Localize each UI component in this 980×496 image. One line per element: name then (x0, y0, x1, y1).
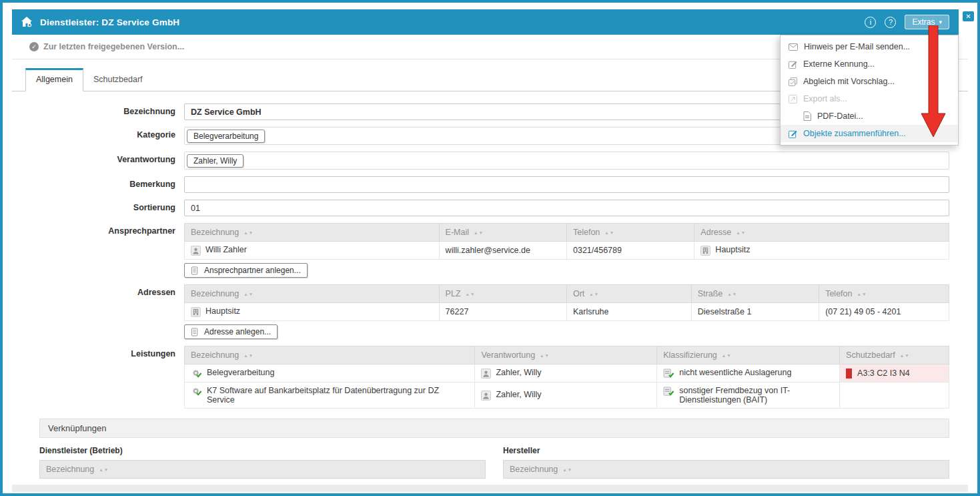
tab-allgemein[interactable]: Allgemein (25, 68, 83, 91)
tab-schutzbedarf[interactable]: Schutzbedarf (83, 69, 153, 91)
sort-icon[interactable]: ▲▼ (727, 292, 737, 296)
person-icon (481, 368, 491, 379)
verantwortung-label: Verantwortung (29, 152, 184, 164)
column-verantwortung[interactable]: Verantwortung▲▼ (475, 346, 657, 364)
sort-icon[interactable]: ▲▼ (604, 230, 614, 235)
check-circle-icon: ✓ (29, 42, 39, 51)
hersteller-label: Hersteller (503, 446, 949, 455)
classification-check-icon (663, 387, 674, 397)
merge-objects-icon (789, 130, 797, 138)
bemerkung-label: Bemerkung (29, 176, 184, 189)
info-icon[interactable]: i (865, 17, 876, 28)
verantwortung-chip[interactable]: Zahler, Willy (187, 154, 243, 168)
form-row-bemerkung: Bemerkung (29, 176, 949, 193)
ansprechpartner-header-row: Bezeichnung▲▼ E-Mail▲▼ Telefon▲▼ Adresse… (185, 224, 949, 242)
last-approved-version-link[interactable]: ✓ Zur letzten freigegebenen Version... (29, 42, 184, 51)
adressen-label: Adressen (29, 284, 184, 297)
envelope-icon (789, 43, 798, 51)
window-title: Dienstleister: DZ Service GmbH (40, 17, 179, 27)
column-schutzbedarf[interactable]: Schutzbedarf▲▼ (840, 346, 949, 364)
sort-icon[interactable]: ▲▼ (900, 353, 910, 358)
service-check-icon (191, 387, 202, 397)
version-link-label: Zur letzten freigegebenen Version... (43, 42, 184, 51)
compare-icon (789, 77, 797, 86)
ansprechpartner-label: Ansprechpartner (29, 223, 184, 236)
form-row-adressen: Adressen Bezeichnung▲▼ PLZ▲▼ Ort▲▼ Straß… (29, 284, 949, 339)
adresse-anlegen-button[interactable]: Adresse anlegen... (184, 324, 278, 339)
edit-icon (789, 60, 797, 69)
sort-icon[interactable]: ▲▼ (99, 467, 109, 472)
sort-icon[interactable]: ▲▼ (474, 230, 484, 235)
adressen-header-row: Bezeichnung▲▼ PLZ▲▼ Ort▲▼ Straße▲▼ Telef… (185, 285, 949, 303)
bezeichnung-label: Bezeichnung (29, 103, 184, 116)
form-row-sortierung: Sortierung (29, 200, 949, 216)
column-bezeichnung[interactable]: Bezeichnung▲▼ (185, 224, 440, 242)
person-icon (481, 391, 491, 401)
column-plz[interactable]: PLZ▲▼ (439, 285, 566, 303)
sort-icon[interactable]: ▲▼ (562, 467, 572, 472)
dienstleister-betrieb-panel: Dienstleister (Betrieb) Bezeichnung▲▼ (39, 446, 486, 479)
pdf-file-icon (803, 111, 811, 121)
sort-icon[interactable]: ▲▼ (243, 292, 254, 296)
status-bar (12, 485, 968, 492)
kategorie-chip[interactable]: Belegverarbeitung (187, 130, 265, 143)
column-strasse[interactable]: Straße▲▼ (691, 285, 819, 303)
sort-icon[interactable]: ▲▼ (540, 353, 550, 358)
leistungen-label: Leistungen (29, 346, 184, 358)
hersteller-column-header[interactable]: Bezeichnung▲▼ (503, 460, 949, 479)
column-bezeichnung[interactable]: Bezeichnung▲▼ (185, 346, 475, 364)
sort-icon[interactable]: ▲▼ (589, 292, 599, 296)
verknuepfungen-header: Verknüpfungen (39, 419, 949, 438)
kategorie-label: Kategorie (29, 127, 184, 140)
leistungen-row[interactable]: Belegverarbeitung Zahler, Willy nicht we… (185, 364, 949, 383)
column-ort[interactable]: Ort▲▼ (566, 285, 691, 303)
main-content: Bezeichnung Kategorie Belegverarbeitung … (12, 91, 968, 479)
close-button[interactable]: ✕ (963, 11, 974, 21)
column-adresse[interactable]: Adresse▲▼ (694, 224, 949, 242)
adressen-table: Bezeichnung▲▼ PLZ▲▼ Ort▲▼ Straße▲▼ Telef… (184, 284, 949, 321)
sort-icon[interactable]: ▲▼ (857, 292, 867, 296)
tab-schutzbedarf-label: Schutzbedarf (93, 75, 143, 84)
titlebar: Dienstleister: DZ Service GmbH i ? Extra… (12, 9, 959, 35)
sortierung-label: Sortierung (29, 200, 184, 212)
building-icon (700, 246, 710, 256)
sort-icon[interactable]: ▲▼ (736, 230, 746, 235)
sort-icon[interactable]: ▲▼ (243, 353, 254, 358)
sortierung-input[interactable] (184, 200, 949, 216)
dienstleister-betrieb-column-header[interactable]: Bezeichnung▲▼ (39, 460, 486, 479)
verknuepfungen-section: Verknüpfungen Dienstleister (Betrieb) Be… (39, 419, 949, 479)
new-document-icon (191, 266, 199, 275)
sort-icon[interactable]: ▲▼ (243, 230, 254, 235)
verantwortung-field[interactable]: Zahler, Willy (184, 152, 949, 170)
ansprechpartner-row[interactable]: Willi Zahler willi.zahler@service.de 032… (185, 242, 949, 260)
column-bezeichnung[interactable]: Bezeichnung▲▼ (185, 285, 440, 303)
dienstleister-betrieb-label: Dienstleister (Betrieb) (39, 446, 486, 455)
person-icon (191, 246, 201, 256)
form-row-verantwortung: Verantwortung Zahler, Willy (29, 152, 949, 170)
service-check-icon (191, 368, 202, 379)
help-icon[interactable]: ? (885, 17, 896, 28)
adressen-row[interactable]: Hauptsitz 76227 Karlsruhe Dieselstraße 1… (185, 303, 949, 321)
close-icon: ✕ (965, 13, 971, 20)
leistungen-table: Bezeichnung▲▼ Verantwortung▲▼ Klassifizi… (184, 346, 949, 409)
column-telefon[interactable]: Telefon▲▼ (566, 224, 694, 242)
classification-check-icon (663, 368, 674, 379)
app-window: ✕ Dienstleister: DZ Service GmbH i ? Ext… (0, 0, 980, 496)
sort-icon[interactable]: ▲▼ (466, 292, 476, 296)
bemerkung-input[interactable] (184, 176, 949, 193)
sort-icon[interactable]: ▲▼ (722, 353, 732, 358)
new-document-icon (191, 328, 199, 336)
ansprechpartner-table: Bezeichnung▲▼ E-Mail▲▼ Telefon▲▼ Adresse… (184, 223, 949, 260)
building-icon (191, 307, 201, 317)
service-provider-home-icon (20, 15, 33, 29)
column-email[interactable]: E-Mail▲▼ (439, 224, 566, 242)
leistungen-row[interactable]: K7 Software auf Bankarbeitsplatz für Dat… (185, 383, 949, 409)
form-row-ansprechpartner: Ansprechpartner Bezeichnung▲▼ E-Mail▲▼ T… (29, 223, 949, 278)
protection-level-indicator (846, 368, 852, 379)
ansprechpartner-anlegen-button[interactable]: Ansprechpartner anlegen... (184, 263, 308, 278)
column-telefon[interactable]: Telefon▲▼ (819, 285, 949, 303)
column-klassifizierung[interactable]: Klassifizierung▲▼ (657, 346, 840, 364)
tab-allgemein-label: Allgemein (36, 75, 73, 84)
form-row-leistungen: Leistungen Bezeichnung▲▼ Verantwortung▲▼… (29, 346, 949, 409)
leistungen-header-row: Bezeichnung▲▼ Verantwortung▲▼ Klassifizi… (185, 346, 949, 364)
